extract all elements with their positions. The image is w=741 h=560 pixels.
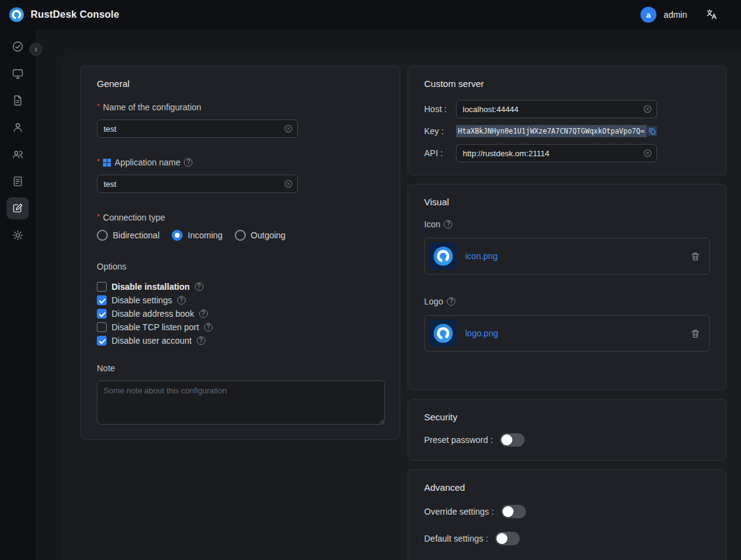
app-name-label-row: * Application name ? xyxy=(97,157,384,167)
logo-label: Logo xyxy=(424,297,443,306)
override-settings-toggle[interactable] xyxy=(501,505,526,518)
checkbox[interactable] xyxy=(97,282,107,292)
sidebar-item-settings[interactable] xyxy=(7,224,29,246)
monitor-icon xyxy=(12,67,24,80)
radio-circle[interactable] xyxy=(97,230,108,241)
edit-icon xyxy=(12,202,24,214)
default-settings-row: Default settings : xyxy=(424,532,710,545)
users-icon xyxy=(12,148,24,161)
preset-password-toggle[interactable] xyxy=(500,433,525,447)
radio-circle[interactable] xyxy=(235,230,246,241)
options-label: Options xyxy=(97,262,384,271)
option-disable-tcp-listen-port: Disable TCP listen port ? xyxy=(97,320,384,334)
sidebar-item-custom-clients[interactable] xyxy=(7,197,29,219)
option-disable-settings: Disable settings ? xyxy=(97,293,384,307)
general-card: General * Name of the configuration * Ap… xyxy=(80,66,400,440)
user-icon xyxy=(12,121,24,134)
note-textarea[interactable] xyxy=(97,380,385,425)
help-icon[interactable]: ? xyxy=(195,282,203,291)
sidebar xyxy=(0,29,36,560)
host-label: Host : xyxy=(424,104,456,114)
avatar[interactable]: a xyxy=(640,7,656,23)
help-icon[interactable]: ? xyxy=(177,296,186,305)
icon-preview xyxy=(430,243,457,270)
file-icon xyxy=(12,94,24,107)
radio-bidirectional[interactable]: Bidirectional xyxy=(97,230,159,241)
sidebar-item-audit[interactable] xyxy=(7,170,29,192)
sidebar-item-overview[interactable] xyxy=(7,36,29,58)
option-label: Disable user account xyxy=(112,336,192,346)
gear-icon xyxy=(12,229,24,241)
brand: RustDesk Console xyxy=(9,7,120,23)
trash-icon[interactable] xyxy=(690,251,701,262)
logo-file-link[interactable]: logo.png xyxy=(465,328,498,338)
clear-input-icon[interactable] xyxy=(643,105,652,114)
name-config-input[interactable] xyxy=(97,119,298,138)
help-icon[interactable]: ? xyxy=(199,309,208,318)
name-config-label-row: * Name of the configuration xyxy=(97,102,384,112)
journal-icon xyxy=(12,175,24,187)
radio-label: Incoming xyxy=(188,230,222,240)
clear-input-icon[interactable] xyxy=(284,124,293,134)
default-settings-toggle[interactable] xyxy=(495,532,520,545)
sidebar-item-groups[interactable] xyxy=(7,143,29,165)
top-bar: RustDesk Console a admin xyxy=(0,0,741,29)
connection-type-label-row: * Connection type xyxy=(97,213,384,222)
copy-icon[interactable] xyxy=(647,126,657,136)
default-settings-label: Default settings : xyxy=(424,534,488,543)
api-input[interactable] xyxy=(456,144,657,162)
logo-preview xyxy=(430,320,457,347)
help-icon[interactable]: ? xyxy=(444,220,452,229)
option-label: Disable address book xyxy=(112,309,194,319)
option-label: Disable TCP listen port xyxy=(112,322,199,332)
clear-input-icon[interactable] xyxy=(643,149,652,158)
logo-label-row: Logo ? xyxy=(424,297,710,306)
icon-label: Icon xyxy=(424,219,440,229)
help-icon[interactable]: ? xyxy=(197,336,205,345)
api-field xyxy=(456,144,657,162)
connection-type-group: Bidirectional Incoming Outgoing xyxy=(97,230,384,241)
host-row: Host : xyxy=(424,100,710,118)
trash-icon[interactable] xyxy=(690,328,701,339)
radio-label: Bidirectional xyxy=(113,230,159,240)
icon-file-link[interactable]: icon.png xyxy=(465,251,498,261)
override-settings-row: Override settings : xyxy=(424,505,710,518)
radio-circle[interactable] xyxy=(172,230,183,241)
option-disable-installation: Disable installation ? xyxy=(97,280,384,293)
sidebar-item-documents[interactable] xyxy=(7,89,29,112)
checkbox[interactable] xyxy=(97,309,107,319)
advanced-title: Advanced xyxy=(424,482,710,493)
header-right: a admin xyxy=(640,7,732,23)
checkbox[interactable] xyxy=(97,336,107,346)
sidebar-expand-button[interactable]: › xyxy=(29,43,42,56)
security-card: Security Preset password : xyxy=(408,399,726,461)
help-icon[interactable]: ? xyxy=(204,323,213,331)
radio-incoming[interactable]: Incoming xyxy=(172,230,222,241)
option-label: Disable installation xyxy=(112,282,190,292)
check-circle-icon xyxy=(12,40,24,53)
user-name[interactable]: admin xyxy=(664,10,687,20)
key-value[interactable]: HtaXBkJNHyn0e1U1jWXze7A7CN7QTGWqxkOtpaVp… xyxy=(456,125,647,137)
icon-label-row: Icon ? xyxy=(424,219,710,229)
host-input[interactable] xyxy=(456,100,657,118)
app-name-input[interactable] xyxy=(97,175,298,193)
host-field xyxy=(456,100,657,118)
clear-input-icon[interactable] xyxy=(284,180,293,189)
help-icon[interactable]: ? xyxy=(447,297,455,306)
windows-icon xyxy=(103,159,111,167)
radio-outgoing[interactable]: Outgoing xyxy=(235,230,286,241)
name-config-label: Name of the configuration xyxy=(103,102,201,112)
connection-type-label: Connection type xyxy=(103,213,165,222)
sidebar-item-user[interactable] xyxy=(7,116,29,138)
help-icon[interactable]: ? xyxy=(184,158,192,167)
app-name-label: Application name xyxy=(115,157,180,167)
option-disable-user-account: Disable user account ? xyxy=(97,334,384,347)
required-asterisk: * xyxy=(97,212,100,221)
sidebar-item-devices[interactable] xyxy=(7,62,29,85)
checkbox[interactable] xyxy=(97,295,107,305)
checkbox[interactable] xyxy=(97,322,107,332)
language-icon[interactable] xyxy=(705,9,718,21)
api-label: API : xyxy=(424,148,456,158)
preset-password-row: Preset password : xyxy=(424,433,710,447)
advanced-card: Advanced Override settings : Default set… xyxy=(408,469,726,560)
